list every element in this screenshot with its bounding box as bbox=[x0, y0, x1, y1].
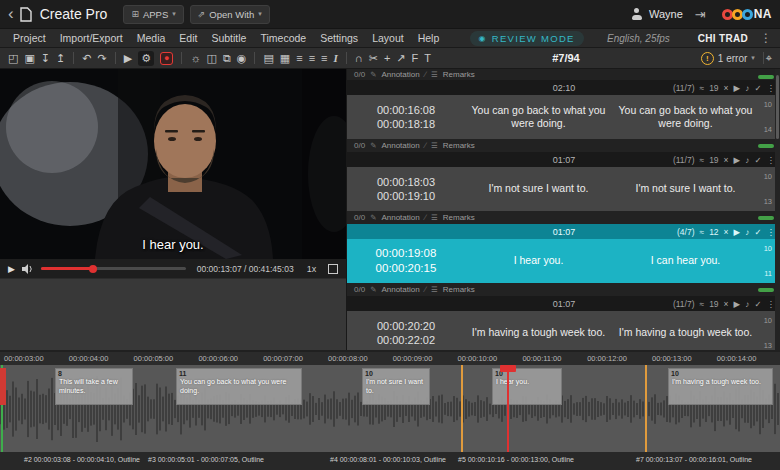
subtitle-row[interactable]: 00:00:18:0300:00:19:10I'm not sure I wan… bbox=[347, 167, 780, 211]
settings-icon[interactable]: ⚙ bbox=[138, 51, 154, 66]
subtitle-menu-icon[interactable]: ⋮ bbox=[767, 155, 776, 165]
source-text-cell[interactable]: I hear you. bbox=[465, 254, 612, 267]
delete-subtitle-icon[interactable]: × bbox=[724, 155, 729, 165]
eye-icon[interactable]: ◉ bbox=[237, 53, 247, 64]
open-project-icon[interactable]: ◰ bbox=[8, 53, 18, 64]
approve-subtitle-icon[interactable]: ✓ bbox=[754, 227, 761, 237]
subtitle-row[interactable]: 00:00:16:0800:00:18:18You can go back to… bbox=[347, 95, 780, 139]
audio-subtitle-icon[interactable]: ♪ bbox=[745, 83, 749, 93]
open-with-button[interactable]: ⇗ Open With ▾ bbox=[190, 5, 270, 24]
play-button[interactable]: ▶ bbox=[8, 264, 15, 274]
subtitle-row-header[interactable]: 01:07(11/7)≈19×▶♪✓⋮ bbox=[347, 296, 780, 311]
subtitle-menu-icon[interactable]: ⋮ bbox=[767, 299, 776, 309]
user-name[interactable]: Wayne bbox=[649, 8, 683, 20]
approve-subtitle-icon[interactable]: ✓ bbox=[754, 83, 761, 93]
add-subtitle-icon[interactable]: + bbox=[384, 53, 390, 64]
exit-icon[interactable]: ⇥ bbox=[695, 7, 706, 22]
target-icon[interactable]: ⌖ bbox=[766, 53, 772, 64]
magnet-icon[interactable]: ∩ bbox=[355, 53, 363, 64]
export-icon[interactable]: ↥ bbox=[56, 53, 65, 64]
error-dropdown[interactable]: ! 1 error ▾ bbox=[701, 52, 755, 65]
align-right-icon[interactable]: ≡ bbox=[321, 53, 327, 64]
play-subtitle-icon[interactable]: ▶ bbox=[734, 227, 741, 237]
menu-kebab-icon[interactable]: ⋮ bbox=[760, 31, 772, 45]
delete-subtitle-icon[interactable]: × bbox=[724, 83, 729, 93]
target-text-cell[interactable]: I'm not sure I want to. bbox=[612, 182, 759, 195]
playback-speed[interactable]: 1x bbox=[307, 264, 317, 274]
remarks-tab[interactable]: Remarks bbox=[443, 213, 475, 222]
redo-icon[interactable]: ↷ bbox=[97, 53, 106, 64]
selected-region-edge[interactable] bbox=[461, 365, 463, 452]
back-icon[interactable]: ‹ bbox=[8, 5, 14, 22]
playhead-line[interactable] bbox=[507, 365, 509, 452]
layers-icon[interactable]: ⧉ bbox=[223, 53, 231, 64]
play-subtitle-icon[interactable]: ▶ bbox=[734, 155, 741, 165]
audio-subtitle-icon[interactable]: ♪ bbox=[745, 155, 749, 165]
remarks-tab[interactable]: Remarks bbox=[443, 285, 475, 294]
timeline-subtitle-block[interactable]: 11You can go back to what you were doing… bbox=[176, 368, 302, 405]
subtitle-row-header[interactable]: 01:07(4/7)≈12×▶♪✓⋮ bbox=[347, 224, 780, 239]
align-center-icon[interactable]: ≡ bbox=[309, 53, 315, 64]
menu-item-help[interactable]: Help bbox=[411, 32, 447, 44]
timecode-cell[interactable]: 00:00:19:0800:00:20:15 bbox=[347, 246, 465, 276]
apps-button[interactable]: ⊞ APPS ▾ bbox=[123, 5, 183, 24]
approve-subtitle-icon[interactable]: ✓ bbox=[754, 155, 761, 165]
annotation-tab[interactable]: Annotation bbox=[381, 70, 419, 79]
menu-item-media[interactable]: Media bbox=[130, 32, 173, 44]
italic-icon[interactable]: I bbox=[334, 53, 338, 64]
scissors-icon[interactable]: ✂ bbox=[369, 53, 378, 64]
timeline-subtitle-block[interactable]: 10I'm having a tough week too. bbox=[668, 368, 773, 405]
align-left-icon[interactable]: ≡ bbox=[296, 53, 302, 64]
import-icon[interactable]: ↧ bbox=[41, 53, 50, 64]
seek-knob[interactable] bbox=[89, 265, 97, 273]
grid-icon[interactable]: ▦ bbox=[280, 53, 290, 64]
subtitle-row-header[interactable]: 01:07(11/7)≈19×▶♪✓⋮ bbox=[347, 152, 780, 167]
text-icon[interactable]: T bbox=[424, 53, 431, 64]
selected-region-edge[interactable] bbox=[645, 365, 647, 452]
annotation-tab[interactable]: Annotation bbox=[381, 141, 419, 150]
review-mode-badge[interactable]: ◉ REVIEW MODE bbox=[470, 31, 584, 46]
profile-label[interactable]: CHI TRAD bbox=[698, 33, 748, 44]
video-frame[interactable]: I hear you. bbox=[0, 69, 346, 259]
menu-item-import-export[interactable]: Import/Export bbox=[53, 32, 130, 44]
menu-item-layout[interactable]: Layout bbox=[365, 32, 411, 44]
subtitle-menu-icon[interactable]: ⋮ bbox=[767, 227, 776, 237]
source-text-cell[interactable]: I'm having a tough week too. bbox=[465, 326, 612, 339]
source-text-cell[interactable]: You can go back to what you were doing. bbox=[465, 104, 612, 130]
playhead-handle[interactable] bbox=[500, 365, 516, 372]
play-subtitle-icon[interactable]: ▶ bbox=[734, 299, 741, 309]
subtitle-menu-icon[interactable]: ⋮ bbox=[767, 83, 776, 93]
light-bulb-icon[interactable]: ☼ bbox=[190, 53, 200, 64]
menu-item-settings[interactable]: Settings bbox=[313, 32, 365, 44]
delete-subtitle-icon[interactable]: × bbox=[724, 227, 729, 237]
menu-item-project[interactable]: Project bbox=[6, 32, 53, 44]
subtitle-row[interactable]: 00:00:19:0800:00:20:15I hear you.I can h… bbox=[347, 239, 780, 283]
undo-icon[interactable]: ↶ bbox=[82, 53, 91, 64]
menu-item-timecode[interactable]: Timecode bbox=[253, 32, 313, 44]
effects-icon[interactable]: F bbox=[412, 53, 419, 64]
annotation-tab[interactable]: Annotation bbox=[381, 285, 419, 294]
source-text-cell[interactable]: I'm not sure I want to. bbox=[465, 182, 612, 195]
menu-item-edit[interactable]: Edit bbox=[172, 32, 204, 44]
columns-icon[interactable]: ▤ bbox=[263, 53, 273, 64]
timeline-ruler[interactable]: 00:00:03:0000:00:04:0000:00:05:0000:00:0… bbox=[0, 352, 780, 365]
audio-subtitle-icon[interactable]: ♪ bbox=[745, 227, 749, 237]
play-subtitle-icon[interactable]: ▶ bbox=[734, 83, 741, 93]
save-icon[interactable]: ▣ bbox=[24, 53, 34, 64]
target-text-cell[interactable]: You can go back to what you were doing. bbox=[612, 104, 759, 130]
timeline-subtitle-block[interactable]: 10I hear you. bbox=[492, 368, 562, 405]
timeline-subtitle-block[interactable]: 10I'm not sure I want to. bbox=[362, 368, 430, 405]
camera-icon[interactable]: ◫ bbox=[207, 53, 217, 64]
menu-item-subtitle[interactable]: Subtitle bbox=[204, 32, 253, 44]
target-text-cell[interactable]: I can hear you. bbox=[612, 254, 759, 267]
timecode-cell[interactable]: 00:00:16:0800:00:18:18 bbox=[347, 103, 465, 132]
timecode-cell[interactable]: 00:00:18:0300:00:19:10 bbox=[347, 175, 465, 204]
annotation-tab[interactable]: Annotation bbox=[381, 213, 419, 222]
audio-subtitle-icon[interactable]: ♪ bbox=[745, 299, 749, 309]
remarks-tab[interactable]: Remarks bbox=[443, 70, 475, 79]
timeline-waveform-area[interactable]: 8This will take a few minutes.11You can … bbox=[0, 365, 780, 452]
timeline-subtitle-block[interactable]: 8This will take a few minutes. bbox=[55, 368, 133, 405]
subtitle-row[interactable]: 00:00:20:2000:00:22:02I'm having a tough… bbox=[347, 311, 780, 350]
target-text-cell[interactable]: I'm having a tough week too. bbox=[612, 326, 759, 339]
subtitle-row-header[interactable]: 02:10(11/7)≈19×▶♪✓⋮ bbox=[347, 80, 780, 95]
